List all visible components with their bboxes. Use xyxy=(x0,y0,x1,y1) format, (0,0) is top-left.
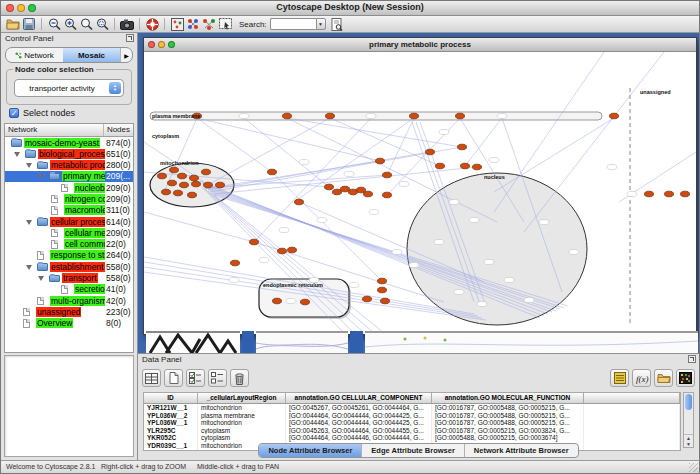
network-node[interactable] xyxy=(341,186,350,192)
vizmapper-edge-icon[interactable] xyxy=(201,17,217,32)
expand-arrow-icon[interactable] xyxy=(26,163,32,168)
import-attributes-folder-icon[interactable] xyxy=(654,369,673,387)
network-node[interactable] xyxy=(333,189,342,195)
zoom-out-icon[interactable] xyxy=(46,17,62,32)
search-options-icon[interactable] xyxy=(329,17,345,32)
tree-row[interactable]: secretion41(0) xyxy=(5,284,133,295)
network-node[interactable] xyxy=(288,247,297,253)
network-node[interactable] xyxy=(250,239,259,245)
network-node[interactable] xyxy=(383,172,392,178)
resize-grip[interactable] xyxy=(689,463,698,472)
delete-attribute-trash-icon[interactable] xyxy=(230,369,249,387)
node-color-select[interactable]: transporter activity ▲▼ xyxy=(14,79,124,97)
new-attribute-icon[interactable] xyxy=(164,369,183,387)
network-node[interactable] xyxy=(174,190,183,196)
help-lifebuoy-icon[interactable] xyxy=(144,17,160,32)
network-node[interactable] xyxy=(231,260,240,266)
network-label-node[interactable] xyxy=(504,277,514,282)
network-node[interactable] xyxy=(456,113,465,119)
network-label-node[interactable] xyxy=(259,257,269,262)
search-input[interactable] xyxy=(270,18,316,30)
table-scrollbar[interactable]: ▲▼ xyxy=(683,392,694,448)
network-label-node[interactable] xyxy=(349,282,359,287)
tab-overflow-arrow-icon[interactable]: ▶ xyxy=(120,48,132,62)
network-node[interactable] xyxy=(268,169,277,175)
tree-row[interactable]: biological_process651(0) xyxy=(5,148,133,159)
network-node[interactable] xyxy=(202,169,211,175)
select-nodes-checkbox[interactable]: ✓ xyxy=(9,108,19,118)
open-file-icon[interactable] xyxy=(5,17,21,32)
tree-row[interactable]: response to stimulu264(0) xyxy=(5,250,133,261)
network-label-node[interactable] xyxy=(434,239,444,244)
network-node[interactable] xyxy=(192,181,201,187)
tree-row[interactable]: multi-organism pro42(0) xyxy=(5,295,133,306)
network-node[interactable] xyxy=(158,173,167,179)
network-node[interactable] xyxy=(436,163,445,169)
network-node[interactable] xyxy=(283,113,292,119)
tree-row[interactable]: establishment of lo558(0) xyxy=(5,261,133,272)
zoom-in-icon[interactable] xyxy=(62,17,78,32)
tree-row[interactable]: macromolecule311(0) xyxy=(5,205,133,216)
network-label-node[interactable] xyxy=(409,262,419,267)
birdseye-view[interactable] xyxy=(4,355,134,457)
zoom-selected-icon[interactable] xyxy=(94,17,110,32)
network-node[interactable] xyxy=(681,191,690,197)
table-row[interactable]: YLR295Ccytoplasm[GO:0045263, GO:0044464,… xyxy=(144,427,680,435)
network-label-node[interactable] xyxy=(399,181,409,186)
network-label-node[interactable] xyxy=(299,159,309,164)
search-dropdown-arrow-icon[interactable]: ▼ xyxy=(316,18,326,30)
tree-row[interactable]: cell communicat22(0) xyxy=(5,239,133,250)
tree-row[interactable]: nitrogen compo209(0) xyxy=(5,193,133,204)
network-label-node[interactable] xyxy=(477,301,487,306)
tree-row[interactable]: cellular process614(0) xyxy=(5,216,133,227)
table-column-header[interactable]: _cellularLayoutRegion xyxy=(198,393,286,404)
attribute-list-icon[interactable] xyxy=(610,369,629,387)
combo-stepper-icon[interactable]: ▲▼ xyxy=(109,82,121,94)
attribute-select-icon[interactable] xyxy=(142,369,161,387)
network-node[interactable] xyxy=(381,298,390,304)
network-node[interactable] xyxy=(426,149,435,155)
tree-column-network[interactable]: Network xyxy=(5,124,104,136)
unselect-attributes-icon[interactable] xyxy=(208,369,227,387)
network-node[interactable] xyxy=(216,182,225,188)
network-node[interactable] xyxy=(162,189,171,195)
table-column-header[interactable]: ID xyxy=(144,393,198,404)
matrix-view-icon[interactable] xyxy=(676,369,695,387)
network-node[interactable] xyxy=(190,175,199,181)
network-node[interactable] xyxy=(301,299,310,305)
network-node[interactable] xyxy=(610,113,619,119)
network-label-node[interactable] xyxy=(539,219,549,224)
network-node[interactable] xyxy=(410,113,419,119)
tree-row[interactable]: metabolic process280(0) xyxy=(5,160,133,171)
scrollbar-thumb[interactable] xyxy=(685,394,692,410)
expand-arrow-icon[interactable] xyxy=(38,174,44,179)
network-node[interactable] xyxy=(295,199,304,205)
select-mode-icon[interactable] xyxy=(217,17,233,32)
network-node[interactable] xyxy=(273,298,282,304)
tab-mosaic[interactable]: Mosaic xyxy=(63,48,120,62)
network-node[interactable] xyxy=(325,184,334,190)
table-row[interactable]: YJR121W__1mitochondrion[GO:0045267, GO:0… xyxy=(144,404,680,412)
table-row[interactable]: YPL036W__2plasma membrane[GO:0044464, GO… xyxy=(144,412,680,420)
tree-row[interactable]: transport558(0) xyxy=(5,273,133,284)
network-node[interactable] xyxy=(376,158,385,164)
tab-network-attribute-browser[interactable]: Network Attribute Browser xyxy=(465,444,578,457)
network-node[interactable] xyxy=(180,182,189,188)
tree-column-nodes[interactable]: Nodes xyxy=(104,124,133,136)
network-canvas[interactable]: plasma membranecytoplasmmitochondrionnuc… xyxy=(144,52,696,334)
network-label-node[interactable] xyxy=(449,199,459,204)
tree-row[interactable]: mosaic-demo-yeast874(0) xyxy=(5,137,133,148)
network-label-node[interactable] xyxy=(469,217,479,222)
network-label-node[interactable] xyxy=(607,164,617,169)
network-node[interactable] xyxy=(473,164,482,170)
tree-row[interactable]: unassigned223(0) xyxy=(5,306,133,317)
background-window-fragment[interactable] xyxy=(365,331,698,353)
expand-arrow-icon[interactable] xyxy=(26,265,32,270)
expand-arrow-icon[interactable] xyxy=(26,220,32,225)
network-label-node[interactable] xyxy=(317,217,327,222)
table-column-header[interactable]: annotation.GO CELLULAR_COMPONENT xyxy=(286,393,432,404)
network-node[interactable] xyxy=(378,278,387,284)
table-row[interactable]: YKR052Ccytoplasm[GO:0044464, GO:0044446,… xyxy=(144,434,680,442)
network-node[interactable] xyxy=(458,144,467,150)
network-label-node[interactable] xyxy=(366,113,376,118)
